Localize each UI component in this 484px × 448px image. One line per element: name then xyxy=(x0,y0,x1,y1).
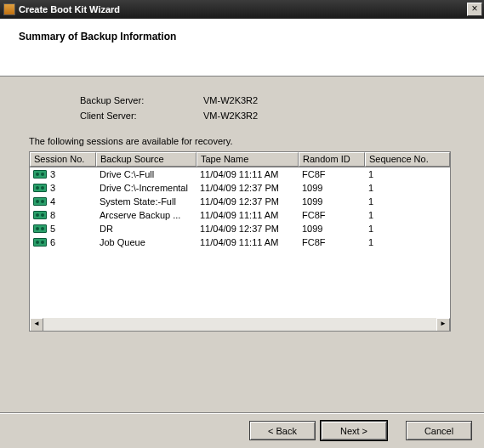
cancel-button[interactable]: Cancel xyxy=(406,421,472,440)
cell-tape: 11/04/09 11:11 AM xyxy=(196,169,299,179)
scroll-left-button[interactable]: ◄ xyxy=(30,318,43,332)
session-no: 8 xyxy=(50,210,55,220)
info-client-server: Client Server: VM-W2K3R2 xyxy=(29,111,455,121)
client-server-label: Client Server: xyxy=(80,111,203,121)
content-area: Backup Server: VM-W2K3R2 Client Server: … xyxy=(0,77,484,340)
cell-random: 1099 xyxy=(299,183,365,193)
sessions-list[interactable]: Session No. Backup Source Tape Name Rand… xyxy=(29,151,451,332)
app-icon xyxy=(3,3,15,15)
wizard-body: Summary of Backup Information Backup Ser… xyxy=(0,19,484,448)
button-bar: < Back Next > Cancel xyxy=(0,412,484,448)
cell-random: FC8F xyxy=(299,210,365,220)
back-button[interactable]: < Back xyxy=(249,421,316,440)
session-no: 6 xyxy=(50,237,55,247)
next-button[interactable]: Next > xyxy=(321,421,387,440)
scroll-right-button[interactable]: ► xyxy=(436,318,450,332)
cell-session: 3 xyxy=(30,169,96,179)
backup-server-label: Backup Server: xyxy=(80,95,203,105)
session-no: 3 xyxy=(50,169,55,179)
tape-icon xyxy=(33,211,47,219)
cell-session: 5 xyxy=(30,224,96,234)
cell-source: Arcserve Backup ... xyxy=(96,210,196,220)
cell-tape: 11/04/09 12:37 PM xyxy=(196,224,299,234)
cell-seq: 1 xyxy=(365,237,450,247)
info-backup-server: Backup Server: VM-W2K3R2 xyxy=(29,95,455,105)
title-bar: Create Boot Kit Wizard × xyxy=(0,0,484,19)
table-row[interactable]: 6Job Queue11/04/09 11:11 AMFC8F1 xyxy=(30,235,450,249)
cell-random: 1099 xyxy=(299,224,365,234)
client-server-value: VM-W2K3R2 xyxy=(203,111,258,121)
tape-icon xyxy=(33,197,47,206)
session-no: 3 xyxy=(50,183,55,193)
tape-icon xyxy=(33,170,47,179)
tape-icon xyxy=(33,238,47,247)
page-title: Summary of Backup Information xyxy=(19,31,484,43)
horizontal-scrollbar[interactable]: ◄ ► xyxy=(30,317,450,331)
cell-seq: 1 xyxy=(365,183,450,193)
cell-tape: 11/04/09 12:37 PM xyxy=(196,183,299,193)
col-sequence-no[interactable]: Sequence No. xyxy=(365,152,450,167)
table-row[interactable]: 3Drive C:\-Full11/04/09 11:11 AMFC8F1 xyxy=(30,167,450,181)
cell-tape: 11/04/09 11:11 AM xyxy=(196,210,299,220)
close-button[interactable]: × xyxy=(467,3,482,16)
scroll-track[interactable] xyxy=(43,318,436,331)
cell-tape: 11/04/09 11:11 AM xyxy=(196,237,299,247)
cell-source: Job Queue xyxy=(96,237,196,247)
session-no: 5 xyxy=(50,224,55,234)
list-body: 3Drive C:\-Full11/04/09 11:11 AMFC8F13Dr… xyxy=(30,167,450,249)
col-tape-name[interactable]: Tape Name xyxy=(196,152,299,167)
table-row[interactable]: 8Arcserve Backup ...11/04/09 11:11 AMFC8… xyxy=(30,208,450,222)
cell-source: Drive C:\-Incremental xyxy=(96,183,196,193)
tape-icon xyxy=(33,224,47,233)
cell-source: Drive C:\-Full xyxy=(96,169,196,179)
cell-seq: 1 xyxy=(365,224,450,234)
col-random-id[interactable]: Random ID xyxy=(299,152,365,167)
cell-source: System State:-Full xyxy=(96,196,196,207)
cell-random: FC8F xyxy=(299,169,365,179)
table-row[interactable]: 5DR11/04/09 12:37 PM10991 xyxy=(30,222,450,235)
session-no: 4 xyxy=(50,196,55,207)
cell-seq: 1 xyxy=(365,196,450,207)
table-row[interactable]: 4System State:-Full11/04/09 12:37 PM1099… xyxy=(30,195,450,208)
cell-session: 4 xyxy=(30,196,96,207)
cell-session: 3 xyxy=(30,183,96,193)
cell-random: FC8F xyxy=(299,237,365,247)
table-row[interactable]: 3Drive C:\-Incremental11/04/09 12:37 PM1… xyxy=(30,181,450,195)
cell-source: DR xyxy=(96,224,196,234)
tape-icon xyxy=(33,184,47,192)
cell-session: 8 xyxy=(30,210,96,220)
col-session-no[interactable]: Session No. xyxy=(30,152,96,167)
cell-seq: 1 xyxy=(365,169,450,179)
list-header: Session No. Backup Source Tape Name Rand… xyxy=(30,152,450,167)
window-title: Create Boot Kit Wizard xyxy=(19,4,467,14)
cell-seq: 1 xyxy=(365,210,450,220)
col-backup-source[interactable]: Backup Source xyxy=(96,152,196,167)
backup-server-value: VM-W2K3R2 xyxy=(203,95,258,105)
cell-tape: 11/04/09 12:37 PM xyxy=(196,196,299,207)
cell-random: 1099 xyxy=(299,196,365,207)
wizard-header: Summary of Backup Information xyxy=(0,19,484,77)
cell-session: 6 xyxy=(30,237,96,247)
sessions-available-text: The following sessions are available for… xyxy=(29,136,455,146)
